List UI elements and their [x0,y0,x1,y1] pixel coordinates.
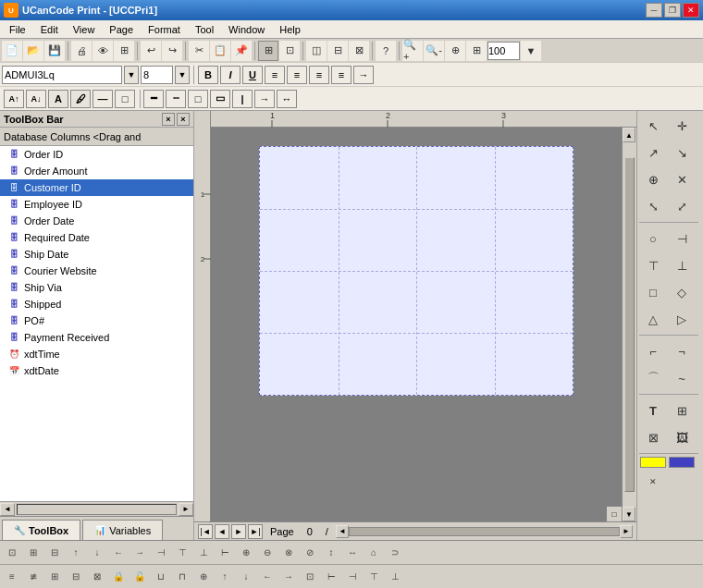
menu-tool[interactable]: Tool [188,23,221,36]
close-button[interactable]: ✕ [683,3,699,18]
save-button[interactable]: 💾 [44,41,65,61]
tool-arrow-right[interactable]: ▷ [668,306,696,332]
bt-btn-13[interactable]: ⊖ [257,543,278,563]
col-order-id[interactable]: 🗄 Order ID [0,146,193,163]
scroll-left-btn[interactable]: ◄ [0,503,15,516]
tool-select[interactable]: ↖ [639,113,667,139]
align-left-button[interactable]: ◫ [306,41,327,61]
col-payment-received[interactable]: 🗄 Payment Received [0,329,193,346]
tool-triangle[interactable]: △ [639,306,667,332]
font-size-dec-btn[interactable]: A↓ [26,90,46,108]
paste-button[interactable]: 📌 [231,41,252,61]
bt2-btn-11[interactable]: ↑ [215,567,235,587]
bt2-btn-8[interactable]: ⊔ [151,567,171,587]
zoom-input[interactable] [487,42,520,60]
panel-scrollbar[interactable]: ◄ ► [0,501,193,516]
zoom-actual-button[interactable]: ⊕ [445,41,465,61]
canvas-h-scrollbar[interactable]: ◄ ► [336,525,633,538]
underline-button[interactable]: U [242,66,263,84]
grid-button[interactable]: ⊞ [258,41,278,61]
cut-button[interactable]: ✂ [189,41,209,61]
align-left-text-button[interactable]: ≡ [265,66,285,84]
bt-btn-6[interactable]: ← [108,543,129,563]
align-right-button[interactable]: ⊠ [349,41,369,61]
zoom-dropdown[interactable]: ▼ [521,41,541,61]
tool-checkbox[interactable]: ⊠ [639,424,667,450]
bt2-btn-9[interactable]: ⊓ [172,567,192,587]
tool-crosshair[interactable]: ✛ [668,113,696,139]
bt-btn-17[interactable]: ↔ [342,543,363,563]
bt2-btn-6[interactable]: 🔒 [108,567,129,587]
bt2-btn-7[interactable]: 🔓 [130,567,150,587]
col-customer-id[interactable]: 🗄 Customer ID [0,179,193,196]
zoom-in-button[interactable]: 🔍+ [402,41,423,61]
tool-corner[interactable]: ⌐ [639,338,667,364]
menu-page[interactable]: Page [102,23,141,36]
tool-ellipse[interactable]: ○ [639,226,667,251]
tab-variables[interactable]: 📊 Variables [82,520,163,540]
menu-format[interactable]: Format [141,23,188,36]
bt-btn-2[interactable]: ⊞ [23,543,43,563]
vline-btn[interactable]: | [232,90,253,108]
bt-btn-5[interactable]: ↓ [87,543,107,563]
tool-v-extend[interactable]: ⊤ [639,252,667,278]
tool-center[interactable]: ⊥ [668,252,696,278]
col-order-date[interactable]: 🗄 Order Date [0,213,193,229]
first-page-btn[interactable]: |◄ [198,524,213,539]
bt2-btn-19[interactable]: ⊥ [385,567,405,587]
preview-button[interactable]: 👁 [92,41,113,61]
zoom-out-button[interactable]: 🔍- [424,41,444,61]
border-btn[interactable]: — [92,90,113,108]
tool-image[interactable]: 🖼 [668,424,696,450]
print-button[interactable]: 🖨 [71,41,92,61]
col-courier-website[interactable]: 🗄 Courier Website [0,263,193,279]
col-ship-date[interactable]: 🗄 Ship Date [0,246,193,263]
undo-button[interactable]: ↩ [141,41,161,61]
bt-btn-18[interactable]: ⌂ [364,543,384,563]
tool-cross[interactable]: ✕ [668,166,696,192]
menu-file[interactable]: File [2,23,33,36]
arrow2-btn[interactable]: ↔ [277,90,297,108]
new-button[interactable]: 📄 [2,41,22,61]
bt2-btn-15[interactable]: ⊡ [300,567,320,587]
indent-button[interactable]: → [353,66,374,84]
canvas-scroll-thumb-h[interactable] [349,527,620,536]
bt-btn-10[interactable]: ⊥ [193,543,214,563]
col-required-date[interactable]: 🗄 Required Date [0,229,193,246]
next-page-btn[interactable]: ► [231,524,246,539]
tool-text[interactable]: T [639,398,667,423]
justify-text-button[interactable]: ≡ [331,66,352,84]
bt2-btn-3[interactable]: ⊞ [44,567,65,587]
align-center-button[interactable]: ⊟ [327,41,348,61]
bt2-btn-2[interactable]: ≢ [23,567,43,587]
copy-button[interactable]: 📋 [210,41,230,61]
line-btn[interactable]: ━ [143,90,164,108]
panel-close-btn[interactable]: × [177,113,190,126]
tool-grid-text[interactable]: ⊞ [668,398,696,423]
canvas-scroll-left-btn[interactable]: ◄ [336,525,349,538]
tool-diagonal2[interactable]: ⤢ [668,193,696,219]
bt-btn-3[interactable]: ⊟ [44,543,65,563]
restore-button[interactable]: ❐ [664,3,681,18]
bt2-btn-4[interactable]: ⊟ [66,567,86,587]
col-po[interactable]: 🗄 PO# [0,312,193,329]
redo-button[interactable]: ↪ [162,41,182,61]
tool-plus-select[interactable]: ⊕ [639,166,667,192]
menu-view[interactable]: View [66,23,103,36]
menu-edit[interactable]: Edit [33,23,66,36]
tool-h-extend[interactable]: ⊣ [668,226,696,251]
bt2-btn-14[interactable]: → [278,567,299,587]
tool-color-close[interactable]: ✕ [639,469,667,495]
bt-btn-7[interactable]: → [130,543,150,563]
scroll-right-btn[interactable]: ► [179,503,193,516]
col-shipped[interactable]: 🗄 Shipped [0,296,193,312]
col-ship-via[interactable]: 🗄 Ship Via [0,279,193,296]
snap-button[interactable]: ⊡ [279,41,300,61]
bt2-btn-13[interactable]: ← [257,567,278,587]
font-color-btn[interactable]: A [48,90,68,108]
panel-pin-btn[interactable]: × [162,113,175,126]
bt-btn-16[interactable]: ↕ [321,543,341,563]
col-xdt-date[interactable]: 📅 xdtDate [0,362,193,379]
col-employee-id[interactable]: 🗄 Employee ID [0,196,193,213]
tool-arrow-down-right[interactable]: ↘ [668,140,696,165]
